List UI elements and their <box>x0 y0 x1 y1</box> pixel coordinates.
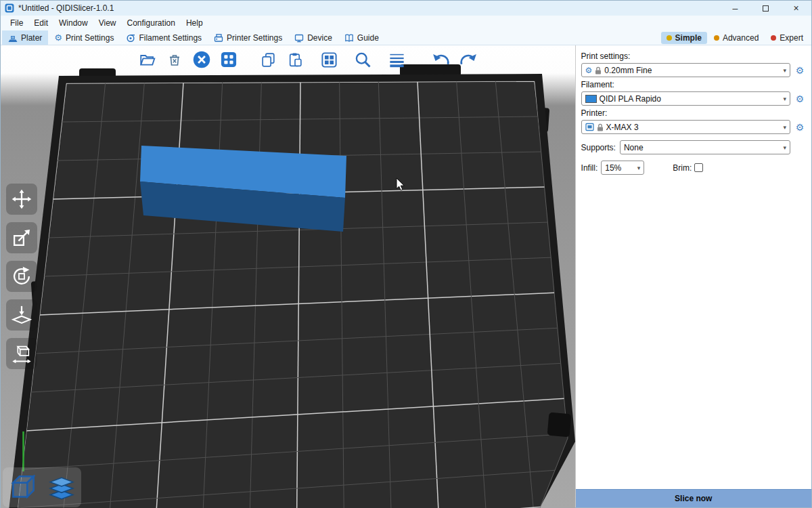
delete-all-button[interactable] <box>190 48 213 71</box>
measure-icon <box>11 343 32 364</box>
tab-label: Device <box>307 33 332 43</box>
preview-icon <box>46 472 77 503</box>
measure-tool-button[interactable] <box>6 338 37 369</box>
3d-viewport[interactable] <box>1 45 575 508</box>
move-tool-button[interactable] <box>6 184 37 215</box>
move-icon <box>11 188 32 210</box>
mode-label: Simple <box>675 33 702 43</box>
search-icon <box>353 50 372 69</box>
mode-expert[interactable]: Expert <box>765 32 809 44</box>
gizmo-toolbar <box>6 184 37 369</box>
filament-label: Filament: <box>581 80 806 89</box>
guide-icon <box>344 33 354 43</box>
menu-edit[interactable]: Edit <box>28 16 53 30</box>
maximize-icon <box>763 5 769 12</box>
preview-button[interactable] <box>43 469 80 506</box>
chevron-down-icon: ▾ <box>783 67 786 74</box>
filament-combo[interactable]: QIDI PLA Rapido ▾ <box>581 91 790 106</box>
tabbar: Plater ⚙ Print Settings Filament Setting… <box>1 30 811 45</box>
bed-corner-tab <box>547 412 572 438</box>
variable-layer-height-icon <box>388 51 406 69</box>
arrange-button[interactable] <box>217 48 240 71</box>
menubar: File Edit Window View Configuration Help <box>1 16 811 30</box>
tab-printer-settings[interactable]: Printer Settings <box>208 30 288 45</box>
filament-gear-button[interactable]: ⚙ <box>794 94 806 104</box>
brim-checkbox[interactable] <box>694 163 703 172</box>
menu-view[interactable]: View <box>93 16 122 30</box>
lock-icon <box>595 66 602 75</box>
tab-print-settings[interactable]: ⚙ Print Settings <box>48 30 120 45</box>
copy-icon <box>260 51 277 68</box>
viewport-toolbar <box>136 48 480 71</box>
tab-plater[interactable]: Plater <box>2 30 48 45</box>
split-to-objects-button[interactable] <box>317 48 340 71</box>
printer-combo[interactable]: X-MAX 3 ▾ <box>581 120 790 134</box>
advanced-mode-dot-icon <box>714 35 719 41</box>
3d-viewport-canvas[interactable] <box>1 45 575 508</box>
tab-label: Printer Settings <box>227 33 282 43</box>
undo-icon <box>431 49 451 70</box>
tab-label: Print Settings <box>66 33 114 43</box>
printer-label: Printer: <box>581 108 806 118</box>
printer-icon <box>585 123 594 131</box>
mode-advanced[interactable]: Advanced <box>708 32 764 44</box>
sidebar: Print settings: ⚙ 0.20mm Fine ▾ ⚙ Filame… <box>575 45 811 507</box>
delete-all-icon <box>192 50 211 69</box>
open-project-button[interactable] <box>136 48 159 71</box>
3d-editor-view-button[interactable] <box>4 469 41 506</box>
infill-combo[interactable]: 15% ▾ <box>601 161 644 175</box>
minimize-button[interactable]: – <box>720 1 750 16</box>
window-controls: – × <box>720 1 811 16</box>
supports-value: None <box>624 143 781 152</box>
printer-value: X-MAX 3 <box>606 123 781 132</box>
main-area: Print settings: ⚙ 0.20mm Fine ▾ ⚙ Filame… <box>1 45 811 507</box>
chevron-down-icon: ▾ <box>783 144 786 151</box>
place-on-face-icon <box>11 304 32 326</box>
supports-combo[interactable]: None ▾ <box>620 140 790 154</box>
printer-settings-icon <box>214 33 223 43</box>
slice-now-button[interactable]: Slice now <box>576 489 811 507</box>
chevron-down-icon: ▾ <box>783 96 786 102</box>
close-button[interactable]: × <box>781 1 811 16</box>
print-settings-icon: ⚙ <box>54 33 62 42</box>
tab-label: Guide <box>357 33 379 43</box>
brim-label: Brim: <box>673 163 692 173</box>
simple-mode-dot-icon <box>667 35 672 41</box>
mode-simple[interactable]: Simple <box>661 32 707 44</box>
copy-button[interactable] <box>256 48 279 71</box>
view-toolbar <box>3 467 81 507</box>
maximize-button[interactable] <box>750 1 781 16</box>
printer-gear-button[interactable]: ⚙ <box>794 123 806 132</box>
print-settings-value: 0.20mm Fine <box>604 66 780 75</box>
mode-switcher: Simple Advanced Expert <box>661 32 811 44</box>
paste-icon <box>287 51 304 68</box>
print-settings-combo[interactable]: ⚙ 0.20mm Fine ▾ <box>581 63 790 77</box>
menu-file[interactable]: File <box>5 16 28 30</box>
tab-device[interactable]: Device <box>288 30 338 45</box>
paste-button[interactable] <box>284 48 307 71</box>
rotate-tool-button[interactable] <box>6 261 37 292</box>
undo-button[interactable] <box>430 48 453 71</box>
arrange-icon <box>219 50 238 69</box>
redo-button[interactable] <box>457 48 480 71</box>
menu-window[interactable]: Window <box>53 16 93 30</box>
mode-label: Expert <box>780 33 803 43</box>
tab-guide[interactable]: Guide <box>338 30 385 45</box>
rotate-icon <box>11 266 32 287</box>
device-icon <box>294 33 304 43</box>
filament-value: QIDI PLA Rapido <box>600 94 781 104</box>
menu-configuration[interactable]: Configuration <box>122 16 181 30</box>
delete-icon <box>166 51 183 68</box>
delete-button[interactable] <box>163 48 186 71</box>
scale-tool-button[interactable] <box>6 222 37 253</box>
menu-help[interactable]: Help <box>181 16 208 30</box>
variable-layer-height-button[interactable] <box>385 48 408 71</box>
search-button[interactable] <box>351 48 374 71</box>
titlebar: *Untitled - QIDISlicer-1.0.1 – × <box>1 1 811 16</box>
tab-filament-settings[interactable]: Filament Settings <box>120 30 208 45</box>
open-folder-icon <box>139 51 156 68</box>
chevron-down-icon: ▾ <box>783 124 786 131</box>
place-on-face-tool-button[interactable] <box>6 299 37 331</box>
infill-value: 15% <box>605 163 634 173</box>
print-settings-gear-button[interactable]: ⚙ <box>794 66 806 75</box>
